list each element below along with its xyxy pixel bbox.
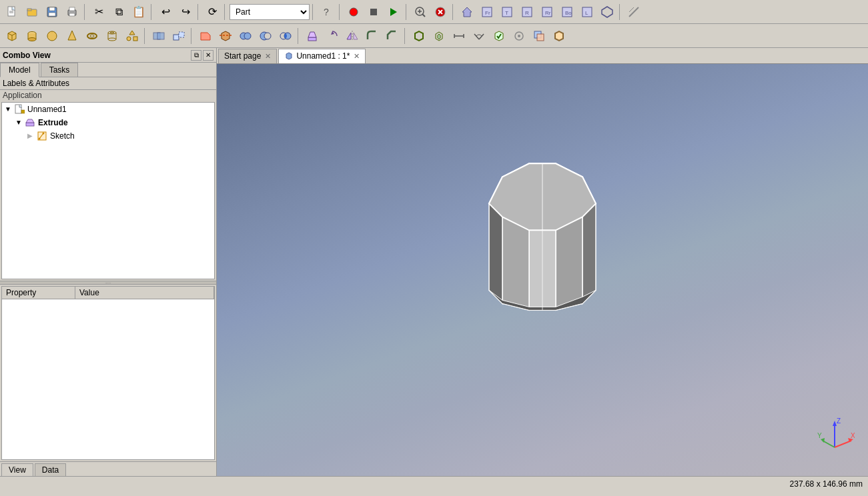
start-page-close[interactable]: ✕ [265,52,271,61]
resize-handle[interactable] [0,281,216,285]
refresh-button[interactable]: ⟳ [203,3,222,21]
view-bottom-button[interactable]: Bo [558,3,576,21]
measure-linear-button[interactable] [450,27,468,45]
primitives-button[interactable] [123,27,141,45]
model-tab-close[interactable]: ✕ [354,52,360,61]
combo-view-header: Combo View ⧉ ✕ [0,48,216,63]
measure-button[interactable] [624,3,643,21]
tab-tasks[interactable]: Tasks [41,63,79,77]
tree-label-unnamed1: Unnamed1 [27,105,67,114]
combo-float-button[interactable]: ⧉ [191,50,201,61]
cut-bool-button[interactable] [256,27,275,45]
copy-button[interactable]: ⧉ [109,3,128,21]
bottom-tab-view[interactable]: View [1,463,33,476]
section-button[interactable] [216,27,235,45]
box-button[interactable] [3,27,21,45]
svg-marker-34 [602,7,612,17]
tree-arrow-unnamed1: ▼ [5,105,13,113]
print-button[interactable] [63,3,81,21]
open-button[interactable] [23,3,41,21]
axis-indicator: Z X Y [815,414,855,456]
svg-marker-43 [68,31,76,40]
svg-text:Rr: Rr [545,10,551,16]
stop-macro-button[interactable] [364,3,383,21]
svg-marker-75 [415,31,423,41]
svg-rect-87 [537,34,544,41]
view-stop-button[interactable] [431,3,450,21]
tree-item-extrude[interactable]: ▼ Extrude [2,116,214,129]
tube-button[interactable] [103,27,121,45]
tree-item-unnamed1[interactable]: ▼ Unnamed1 [2,103,214,116]
cone-button[interactable] [63,27,81,45]
svg-text:T: T [505,10,508,16]
svg-rect-56 [173,35,179,40]
vp-tab-start[interactable]: Start page ✕ [218,49,277,63]
property-panel: Property Value [1,286,215,460]
check-part-button[interactable] [490,27,508,45]
view-top-button[interactable]: T [498,3,516,21]
labels-attrs-button[interactable]: Labels & Attributes [0,77,216,90]
view-left-button[interactable]: L [578,3,596,21]
redo-button[interactable]: ↪ [176,3,195,21]
value-col: Value [75,287,214,299]
extrude-button[interactable] [303,27,322,45]
record-macro-button[interactable] [344,3,363,21]
view-isometric-button[interactable] [598,3,616,21]
view-front-button[interactable]: Fr [478,3,496,21]
intersect-button[interactable] [276,27,295,45]
torus-button[interactable] [83,27,101,45]
tree-arrow-sketch: ▶ [27,132,35,140]
new-button[interactable] [3,3,21,21]
help-button[interactable]: ? [318,3,336,21]
svg-marker-92 [26,119,34,123]
svg-rect-7 [49,13,55,16]
workbench-select[interactable]: Part [230,4,310,20]
tree-item-sketch[interactable]: ▶ Sketch [2,129,214,143]
shell-button[interactable] [410,27,428,45]
view-right-button[interactable]: R [518,3,536,21]
dimensions-label: 237.68 x 146.96 mm [790,479,863,489]
clone-button[interactable] [169,27,188,45]
zoom-fit-button[interactable] [411,3,430,21]
offset-button[interactable] [430,27,448,45]
cut-button[interactable]: ✂ [89,3,108,21]
chamfer-button[interactable] [383,27,402,45]
viewport: Start page ✕ Unnamed1 : 1* ✕ [217,48,868,476]
import-shape-button[interactable] [196,27,215,45]
sep9 [619,4,622,20]
svg-text:Fr: Fr [485,10,490,16]
svg-line-114 [823,441,835,447]
bottom-tab-bar: View Data [0,461,216,476]
bottom-tab-data[interactable]: Data [35,463,66,476]
tab-model[interactable]: Model [0,63,39,77]
model-tree: ▼ Unnamed1 ▼ Extrude ▶ Sketch [1,102,215,279]
combo-close-button[interactable]: ✕ [203,50,213,61]
svg-marker-97 [286,53,292,59]
canvas-3d[interactable]: Z X Y [217,64,868,476]
sketch-icon [37,131,47,141]
svg-text:Z: Z [837,417,841,425]
svg-rect-55 [157,33,164,39]
paste-button[interactable]: 📋 [129,3,148,21]
sep13 [404,28,407,44]
sphere-button[interactable] [43,27,61,45]
save-button[interactable] [43,3,61,21]
shapebinder-button[interactable] [149,27,168,45]
undo-button[interactable]: ↩ [156,3,175,21]
vp-tab-model[interactable]: Unnamed1 : 1* ✕ [278,49,366,63]
cylinder-button[interactable] [23,27,41,45]
mirror-button[interactable] [343,27,362,45]
thickness-button[interactable] [550,27,568,45]
revolve-button[interactable] [323,27,342,45]
tree-arrow-extrude: ▼ [15,119,23,127]
fillet-button[interactable] [363,27,382,45]
svg-marker-14 [390,8,397,16]
sep8 [452,4,455,20]
attachment-button[interactable] [510,27,528,45]
view-home-button[interactable] [458,3,476,21]
measure-angular-button[interactable] [470,27,488,45]
fuse-button[interactable] [236,27,255,45]
boolean-button[interactable] [530,27,548,45]
view-rear-button[interactable]: Rr [538,3,556,21]
play-macro-button[interactable] [384,3,403,21]
